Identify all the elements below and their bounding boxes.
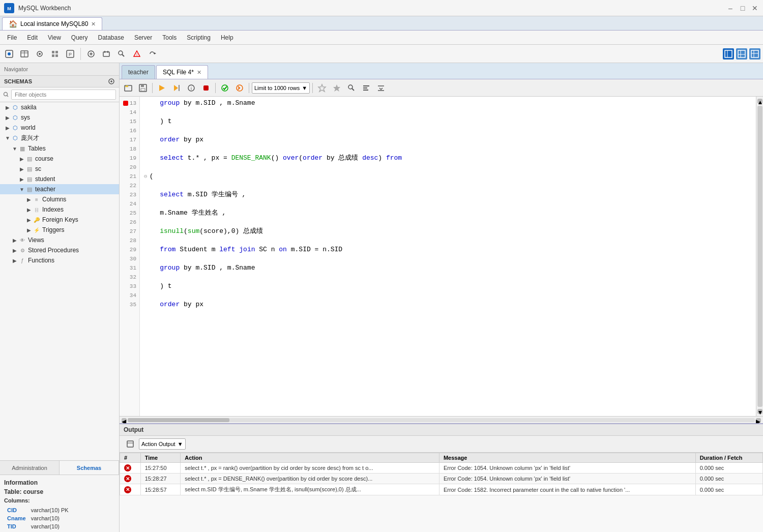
tree-item-tables[interactable]: ▼ ▦ Tables: [0, 143, 119, 154]
sql-tb-indent[interactable]: [374, 81, 388, 95]
arrow-sc[interactable]: ▶: [18, 166, 25, 172]
tb-btn4[interactable]: [48, 47, 62, 61]
code-content[interactable]: group by m.SID , m.Sname ) t order by px: [140, 97, 756, 416]
arrow-sys[interactable]: ▶: [4, 115, 11, 121]
menu-database[interactable]: Database: [93, 32, 129, 43]
tree-label-columns: Columns: [42, 196, 66, 203]
maximize-button[interactable]: □: [739, 4, 747, 12]
arrow-sakila[interactable]: ▶: [4, 105, 11, 110]
arrow-triggers[interactable]: ▶: [25, 227, 33, 233]
arrow-course[interactable]: ▶: [18, 156, 25, 162]
tb-btn9[interactable]: !: [130, 47, 144, 61]
tree-item-functions[interactable]: ▶ ƒ Functions: [0, 255, 119, 265]
instance-tab-close[interactable]: ✕: [91, 21, 96, 27]
tab-teacher[interactable]: teacher: [122, 65, 155, 79]
arrow-tables[interactable]: ▼: [11, 146, 18, 152]
tb-layout1[interactable]: [723, 48, 734, 60]
arrow-student[interactable]: ▶: [18, 176, 25, 182]
hscroll-right[interactable]: ▶: [756, 418, 761, 422]
arrow-views[interactable]: ▶: [11, 238, 18, 243]
sql-tb-magnify[interactable]: [345, 81, 358, 95]
menu-server[interactable]: Server: [129, 32, 157, 43]
arrow-indexes[interactable]: ▶: [25, 207, 33, 213]
tree-item-sc[interactable]: ▶ ▤ sc: [0, 164, 119, 174]
action-output-select[interactable]: Action Output ▼: [139, 438, 186, 450]
limit-select[interactable]: Limit to 1000 rows ▼: [252, 82, 310, 94]
action-output-arrow[interactable]: ▼: [178, 441, 183, 447]
tb-btn8[interactable]: [114, 47, 129, 61]
tree-item-triggers[interactable]: ▶ ⚡ Triggers: [0, 225, 119, 235]
sql-tb-save[interactable]: [136, 81, 150, 95]
tree-item-procedures[interactable]: ▶ ⚙ Stored Procedures: [0, 245, 119, 255]
minimize-button[interactable]: –: [726, 4, 735, 12]
tb-layout2[interactable]: [736, 48, 747, 60]
arrow-procedures[interactable]: ▶: [11, 248, 18, 253]
output-icon[interactable]: [124, 437, 137, 451]
arrow-foreignkeys[interactable]: ▶: [25, 217, 33, 223]
tree-item-world[interactable]: ▶ ⬡ world: [0, 123, 119, 133]
menu-help[interactable]: Help: [216, 32, 239, 43]
sql-tb-format[interactable]: [360, 81, 373, 95]
tree-item-teacher[interactable]: ▼ ▤ teacher: [0, 184, 119, 194]
tb-btn5[interactable]: P: [63, 47, 77, 61]
arrow-teacher[interactable]: ▼: [18, 187, 25, 192]
sql-tb-explain[interactable]: i: [185, 81, 198, 95]
tree-item-student[interactable]: ▶ ▤ student: [0, 174, 119, 184]
hscroll-left[interactable]: ◀: [122, 418, 127, 422]
menu-file[interactable]: File: [2, 32, 22, 43]
sql-tb-star[interactable]: [315, 81, 329, 95]
sql-tb-rollback[interactable]: [233, 81, 246, 95]
scroll-up-btn[interactable]: ▲: [757, 99, 762, 104]
menu-tools[interactable]: Tools: [157, 32, 182, 43]
tree-item-views[interactable]: ▶ 👁 Views: [0, 235, 119, 245]
sql-tb-stop[interactable]: [199, 81, 213, 95]
tb-btn7[interactable]: [99, 47, 113, 61]
tb-reconnect[interactable]: [145, 47, 159, 61]
sql-tb-bookmark[interactable]: [330, 81, 343, 95]
menu-query[interactable]: Query: [66, 32, 93, 43]
sql-tb-commit[interactable]: [218, 81, 231, 95]
sql-tb-execute-current[interactable]: [170, 81, 183, 95]
output-row-84[interactable]: ✕ 15:27:50 select t.* , px = rank() over…: [120, 463, 763, 474]
sql-tb-open[interactable]: [122, 81, 135, 95]
output-row-86[interactable]: ✕ 15:28:57 select m.SID 学生编号, m.Sname 学生…: [120, 484, 763, 495]
limit-dropdown-arrow[interactable]: ▼: [302, 85, 307, 91]
scroll-thumb[interactable]: [757, 106, 762, 407]
arrow-pangxingcai[interactable]: ▼: [4, 135, 11, 141]
hscroll-track[interactable]: [128, 418, 755, 422]
output-row-85[interactable]: ✕ 15:28:27 select t.* , px = DENSE_RANK(…: [120, 474, 763, 484]
tree-item-columns[interactable]: ▶ ≡ Columns: [0, 194, 119, 204]
tb-btn6[interactable]: [84, 47, 98, 61]
menu-edit[interactable]: Edit: [22, 32, 43, 43]
close-button[interactable]: ✕: [751, 4, 759, 12]
tree-item-sakila[interactable]: ▶ ⬡ sakila: [0, 102, 119, 112]
tree-item-sys[interactable]: ▶ ⬡ sys: [0, 112, 119, 123]
tree-item-course[interactable]: ▶ ▤ course: [0, 154, 119, 164]
tb-new-view[interactable]: [33, 47, 47, 61]
vertical-scrollbar[interactable]: ▲ ▼: [756, 97, 763, 416]
output-table-wrapper[interactable]: # Time Action Message Duration / Fetch ✕…: [120, 453, 763, 532]
search-input[interactable]: [11, 90, 116, 100]
horizontal-scrollbar[interactable]: ◀ ▶: [120, 416, 763, 423]
menu-scripting[interactable]: Scripting: [182, 32, 216, 43]
instance-tab[interactable]: 🏠 Local instance MySQL80 ✕: [2, 17, 102, 30]
tree-item-foreignkeys[interactable]: ▶ 🔑 Foreign Keys: [0, 215, 119, 225]
arrow-functions[interactable]: ▶: [11, 258, 18, 263]
tab-administration[interactable]: Administration: [0, 461, 60, 475]
arrow-columns[interactable]: ▶: [25, 197, 33, 202]
tree-item-pangxingcai[interactable]: ▼ ⬡ 庞兴才: [0, 133, 119, 143]
tab-close-sqlfile4[interactable]: ✕: [197, 69, 201, 76]
code-line-34: [140, 291, 756, 300]
scroll-down-btn[interactable]: ▼: [757, 409, 762, 414]
tab-sqlfile4[interactable]: SQL File 4* ✕: [156, 65, 208, 79]
collapse-marker[interactable]: ⊖: [144, 172, 148, 181]
arrow-world[interactable]: ▶: [4, 125, 11, 131]
sql-tb-execute[interactable]: [155, 81, 168, 95]
tb-new-table[interactable]: [17, 47, 32, 61]
menu-view[interactable]: View: [43, 32, 66, 43]
tab-schemas[interactable]: Schemas: [60, 461, 119, 475]
hscroll-thumb[interactable]: [128, 418, 229, 422]
tree-item-indexes[interactable]: ▶ ⌸ Indexes: [0, 204, 119, 215]
tb-new-schema[interactable]: [2, 47, 16, 61]
tb-layout3[interactable]: [749, 48, 760, 60]
